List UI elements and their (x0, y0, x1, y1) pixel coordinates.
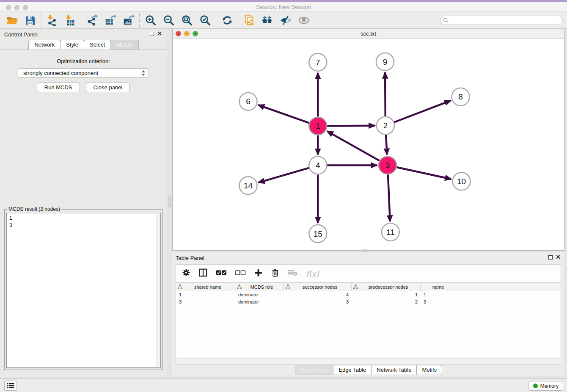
cell-predecessor-nodes[interactable]: 2 (352, 298, 421, 306)
tab-network[interactable]: Network (28, 40, 61, 50)
first-neighbors-icon (261, 14, 274, 26)
float-panel-icon[interactable] (150, 32, 154, 36)
export-table-button[interactable] (101, 13, 119, 28)
duplicate-network-button[interactable] (240, 13, 258, 28)
float-table-panel-icon[interactable] (548, 255, 553, 259)
import-network-button[interactable] (43, 13, 61, 28)
vertical-splitter-grip[interactable] (168, 196, 171, 207)
graph-node-7[interactable]: 7 (309, 53, 327, 71)
cell-predecessor-nodes[interactable]: 1 (352, 291, 421, 298)
export-table-icon (105, 14, 116, 26)
graph-node-15[interactable]: 15 (309, 225, 327, 243)
add-column-button[interactable] (254, 268, 263, 279)
cell-successor-nodes[interactable]: 4 (284, 291, 352, 298)
column-header-mcds-role[interactable]: MCDS role (235, 283, 284, 291)
table-row[interactable]: 1dominator411 (176, 291, 561, 298)
zoom-selected-button[interactable] (196, 13, 214, 28)
cell-mcds-role[interactable]: dominator (235, 291, 284, 298)
tab-edge-table[interactable]: Edge Table (333, 365, 372, 375)
tab-style[interactable]: Style (60, 40, 84, 50)
hide-selected-button[interactable] (276, 13, 295, 28)
result-scrollbar[interactable] (156, 214, 160, 367)
graph-edge-2-3[interactable] (386, 135, 387, 155)
cell-shared-name[interactable]: 3 (176, 298, 235, 306)
graph-node-14[interactable]: 14 (239, 177, 257, 194)
column-header-shared-name[interactable]: shared name (176, 283, 235, 291)
application-window: Session: New Session (0, 0, 567, 392)
tab-mcds[interactable]: MCDS (110, 40, 138, 50)
tab-select[interactable]: Select (84, 40, 111, 50)
import-table-button[interactable] (61, 13, 79, 28)
export-network-button[interactable] (83, 13, 101, 28)
tab-network-table[interactable]: Network Table (371, 365, 417, 375)
network-canvas[interactable]: 7968124314101511 (173, 39, 564, 250)
graph-node-4[interactable]: 4 (309, 156, 327, 174)
graph-node-label: 1 (316, 121, 320, 130)
export-image-button[interactable] (119, 13, 138, 28)
graph-edge-1-6[interactable] (258, 105, 309, 123)
memory-button[interactable]: Memory (528, 381, 563, 391)
graph-node-11[interactable]: 11 (382, 223, 399, 241)
table-panel-title: Table Panel (176, 255, 204, 261)
search-field[interactable] (440, 16, 563, 25)
close-table-panel-icon[interactable]: ✕ (556, 254, 561, 260)
table-header-row: shared nameMCDS rolesuccessor nodesprede… (176, 282, 561, 291)
column-header-predecessor-nodes[interactable]: predecessor nodes (352, 283, 421, 291)
save-session-button[interactable] (21, 13, 39, 28)
table-horizontal-scrollbar[interactable] (176, 358, 560, 364)
zoom-fit-button[interactable] (178, 13, 196, 28)
toolbar-separator (238, 13, 238, 28)
graph-node-2[interactable]: 2 (377, 117, 394, 135)
cell-successor-nodes[interactable]: 3 (284, 298, 352, 306)
zoom-out-button[interactable] (160, 13, 178, 28)
delete-table-button[interactable] (288, 269, 298, 278)
cell-name[interactable]: 1 (421, 291, 456, 298)
cell-mcds-role[interactable]: dominator (235, 298, 284, 306)
settings-gear-button[interactable] (182, 268, 190, 279)
cell-name[interactable]: 3 (421, 298, 456, 306)
run-mcds-button[interactable]: Run MCDS (37, 83, 80, 92)
graph-node-8[interactable]: 8 (452, 88, 470, 106)
close-panel-icon[interactable]: ✕ (157, 30, 162, 37)
table-row[interactable]: 3dominator323 (176, 298, 561, 306)
graph-edge-1-2[interactable] (327, 126, 375, 126)
split-columns-button[interactable] (198, 268, 208, 279)
apply-layout-button[interactable] (218, 13, 236, 28)
select-all-columns-button[interactable] (216, 270, 227, 277)
graph-edge-2-8[interactable] (394, 101, 451, 122)
import-table-icon (64, 14, 76, 26)
graph-node-10[interactable]: 10 (453, 172, 471, 190)
horizontal-splitter-grip[interactable] (363, 249, 367, 252)
open-folder-button[interactable] (3, 13, 21, 28)
show-all-button[interactable] (295, 13, 313, 28)
graph-node-3[interactable]: 3 (379, 156, 396, 174)
graph-node-1[interactable]: 1 (309, 117, 327, 135)
first-neighbors-button[interactable] (258, 13, 276, 28)
graph-node-6[interactable]: 6 (239, 93, 257, 110)
column-header-name[interactable]: name (421, 283, 456, 291)
tab-node-table[interactable]: Node Table (295, 365, 334, 375)
duplicate-network-icon (243, 14, 255, 26)
column-header-successor-nodes[interactable]: successor nodes (284, 283, 352, 291)
tab-motifs[interactable]: Motifs (416, 365, 442, 375)
graph-edge-3-10[interactable] (396, 167, 451, 179)
function-builder-button[interactable]: f(x) (306, 269, 319, 278)
delete-table-icon (288, 269, 298, 276)
close-panel-button[interactable]: Close panel (86, 83, 130, 92)
graph-edge-2-9[interactable] (385, 72, 385, 116)
deselect-all-columns-button[interactable] (235, 270, 246, 277)
zoom-in-button[interactable] (141, 13, 160, 28)
delete-column-button[interactable] (271, 268, 280, 279)
hierarchy-icon (178, 284, 182, 289)
toolbar-separator (41, 13, 41, 28)
cell-shared-name[interactable]: 1 (176, 291, 235, 298)
task-history-button[interactable] (4, 381, 17, 391)
graph-node-9[interactable]: 9 (376, 53, 394, 71)
network-graph[interactable]: 7968124314101511 (173, 39, 564, 250)
search-input[interactable] (449, 17, 562, 24)
control-panel-tabs: NetworkStyleSelectMCDS (0, 40, 167, 50)
criterion-dropdown[interactable]: strongly connected component (18, 68, 149, 78)
graph-edge-4-14[interactable] (259, 168, 309, 183)
graph-edge-3-11[interactable] (388, 174, 390, 221)
graph-edge-3-1[interactable] (327, 131, 380, 161)
